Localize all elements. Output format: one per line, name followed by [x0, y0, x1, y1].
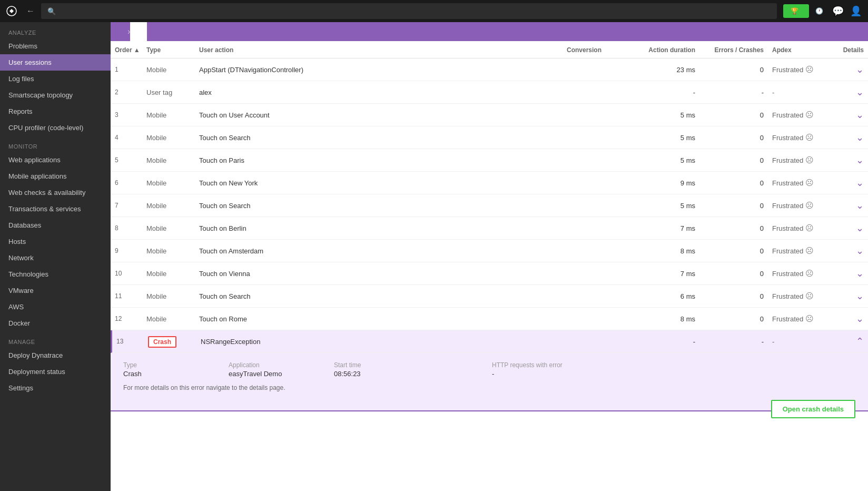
cell-details-chevron[interactable]: ⌄	[831, 245, 868, 257]
table-row[interactable]: 8MobileTouch on Berlin7 ms0Frustrated ☹⌄	[111, 217, 868, 240]
clock-icon: 🕐	[815, 7, 823, 15]
crash-badge: Crash	[148, 336, 176, 348]
crash-type-label: Type Crash	[123, 361, 229, 378]
cell-details-chevron[interactable]: ⌄	[831, 86, 868, 98]
cell-action: AppStart (DTNavigationController)	[195, 66, 563, 74]
frustrated-icon: ☹	[805, 110, 814, 120]
topbar: ← 🔍 🏆 🕐 💬 👤	[0, 0, 868, 22]
col-order[interactable]: Order ▲	[111, 46, 142, 54]
topbar-actions: 💬 👤	[832, 5, 862, 17]
sidebar-item-web-applications[interactable]: Web applications	[0, 152, 111, 168]
sidebar-item-docker[interactable]: Docker	[0, 315, 111, 331]
logo	[6, 6, 20, 16]
cell-errors: 0	[699, 247, 768, 255]
crash-details-grid: Type Crash Application easyTravel Demo S…	[123, 361, 855, 378]
cell-apdex: Frustrated ☹	[768, 155, 831, 165]
table-row[interactable]: 5MobileTouch on Paris5 ms0Frustrated ☹⌄	[111, 149, 868, 172]
cell-details-chevron[interactable]: ⌄	[831, 222, 868, 234]
col-details: Details	[831, 46, 868, 54]
cell-order: 5	[111, 156, 142, 164]
cell-action: Touch on Paris	[195, 156, 563, 164]
sidebar-item-cpu-profiler[interactable]: CPU profiler (code-level)	[0, 120, 111, 136]
sidebar-item-reports[interactable]: Reports	[0, 103, 111, 120]
sidebar-item-smartscape[interactable]: Smartscape topology	[0, 87, 111, 103]
table-row[interactable]: 1MobileAppStart (DTNavigationController)…	[111, 58, 868, 81]
table-row[interactable]: 9MobileTouch on Amsterdam8 ms0Frustrated…	[111, 240, 868, 262]
sidebar-item-hosts[interactable]: Hosts	[0, 233, 111, 250]
table-row[interactable]: 11MobileTouch on Search6 ms0Frustrated ☹…	[111, 285, 868, 308]
cell-type: Mobile	[142, 315, 195, 323]
sidebar-section-manage: Manage	[0, 331, 111, 347]
cell-type: Mobile	[142, 270, 195, 278]
chat-icon[interactable]: 💬	[832, 5, 844, 17]
col-conversion: Conversion	[563, 46, 626, 54]
breadcrumb-current	[130, 22, 147, 41]
sidebar-item-transactions[interactable]: Transactions & services	[0, 201, 111, 217]
sidebar-item-mobile-applications[interactable]: Mobile applications	[0, 168, 111, 184]
sidebar-item-technologies[interactable]: Technologies	[0, 266, 111, 282]
type-label: Type	[123, 361, 229, 369]
col-action: User action	[195, 46, 563, 54]
sidebar-item-settings[interactable]: Settings	[0, 380, 111, 396]
table-row[interactable]: 12MobileTouch on Rome8 ms0Frustrated ☹⌄	[111, 308, 868, 330]
cell-details-chevron[interactable]: ⌄	[831, 154, 868, 166]
cell-apdex: Frustrated ☹	[768, 133, 831, 142]
sidebar-item-databases[interactable]: Databases	[0, 217, 111, 233]
sidebar-item-deploy[interactable]: Deploy Dynatrace	[0, 347, 111, 364]
frustrated-icon: ☹	[805, 65, 814, 74]
cell-apdex: Frustrated ☹	[768, 314, 831, 323]
cell-order: 11	[111, 292, 142, 300]
cell-action: alex	[195, 89, 563, 96]
cell-action: Touch on Rome	[195, 315, 563, 323]
achievement-button[interactable]: 🏆	[783, 4, 809, 18]
cell-errors: -	[699, 338, 768, 346]
cell-details-chevron[interactable]: ⌄	[831, 64, 868, 75]
cell-details-chevron[interactable]: ⌄	[831, 177, 868, 189]
sidebar-item-web-checks[interactable]: Web checks & availability	[0, 184, 111, 201]
table-row[interactable]: 4MobileTouch on Search5 ms0Frustrated ☹⌄	[111, 126, 868, 149]
cell-duration: 5 ms	[626, 134, 699, 142]
cell-apdex: Frustrated ☹	[768, 269, 831, 278]
table-row[interactable]: 13CrashNSRangeException---⌃	[111, 330, 868, 353]
table-row[interactable]: 7MobileTouch on Search5 ms0Frustrated ☹⌄	[111, 194, 868, 217]
sidebar-item-deployment-status[interactable]: Deployment status	[0, 364, 111, 380]
table-row[interactable]: 2User tagalex---⌄	[111, 81, 868, 104]
back-button[interactable]: ←	[26, 6, 35, 16]
sidebar-item-user-sessions[interactable]: User sessions	[0, 54, 111, 71]
search-input[interactable]	[60, 7, 771, 15]
table-row[interactable]: 10MobileTouch on Vienna7 ms0Frustrated ☹…	[111, 262, 868, 285]
cell-duration: 8 ms	[626, 247, 699, 255]
table-row[interactable]: 6MobileTouch on New York9 ms0Frustrated …	[111, 172, 868, 194]
breadcrumb-parent[interactable]	[111, 22, 127, 41]
sidebar-item-aws[interactable]: AWS	[0, 299, 111, 315]
user-icon[interactable]: 👤	[850, 5, 862, 17]
frustrated-label: Frustrated	[772, 202, 803, 210]
cell-details-chevron[interactable]: ⌄	[831, 200, 868, 211]
frustrated-label: Frustrated	[772, 134, 803, 142]
sidebar-item-vmware[interactable]: VMware	[0, 282, 111, 299]
cell-errors: -	[699, 89, 768, 96]
search-bar[interactable]: 🔍	[41, 3, 777, 19]
sidebar-item-network[interactable]: Network	[0, 250, 111, 266]
cell-details-chevron[interactable]: ⌃	[831, 336, 868, 347]
type-value: Crash	[123, 370, 229, 378]
table-row[interactable]: 3MobileTouch on User Account5 ms0Frustra…	[111, 104, 868, 126]
cell-apdex: Frustrated ☹	[768, 110, 831, 120]
cell-details-chevron[interactable]: ⌄	[831, 290, 868, 302]
cell-details-chevron[interactable]: ⌄	[831, 132, 868, 143]
cell-details-chevron[interactable]: ⌄	[831, 109, 868, 121]
sidebar-item-problems[interactable]: Problems	[0, 38, 111, 54]
cell-errors: 0	[699, 270, 768, 278]
cell-details-chevron[interactable]: ⌄	[831, 268, 868, 279]
cell-details-chevron[interactable]: ⌄	[831, 313, 868, 325]
http-value: -	[492, 370, 855, 378]
sidebar-section-analyze: Analyze	[0, 22, 111, 38]
cell-type: Mobile	[142, 202, 195, 210]
cell-order: 13	[112, 338, 144, 345]
sidebar-item-log-files[interactable]: Log files	[0, 71, 111, 87]
open-crash-button[interactable]: Open crash details	[771, 400, 855, 418]
cell-order: 12	[111, 315, 142, 322]
time-filter[interactable]: 🕐	[815, 7, 826, 15]
start-time-value: 08:56:23	[334, 370, 492, 378]
cell-order: 6	[111, 179, 142, 186]
